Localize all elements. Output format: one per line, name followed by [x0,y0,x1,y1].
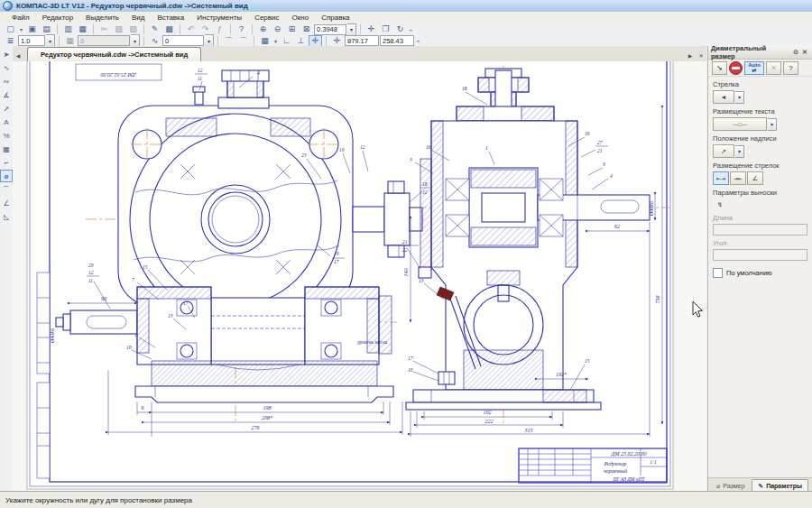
menu-service[interactable]: Сервис [248,13,285,23]
auto-create-button[interactable]: Auto ⇄ [744,61,764,75]
tool-chamfer[interactable]: ◺ [0,210,13,223]
show-sheets-button[interactable]: ❐ [379,23,392,35]
tool-node[interactable]: ∾ [0,75,13,88]
bearing-unit-right[interactable] [305,287,392,365]
coord-x-field[interactable]: 879.17 [345,35,379,46]
panel-header[interactable]: Диаметральный размер ⊙ ✕ [708,46,812,60]
length-input[interactable] [713,224,807,236]
menu-window[interactable]: Окно [286,13,316,23]
toolbar1-overflow[interactable]: » [408,27,414,32]
document-properties-button[interactable]: ▦ [76,23,89,35]
interrupt-command-button[interactable] [729,61,743,75]
dim-276: 276 [252,425,260,430]
context-help-button[interactable]: ? [235,23,248,35]
variables-button[interactable]: ƒ [213,23,226,35]
tool-diameter-dimension[interactable]: ⌀ [0,170,13,182]
angle-input[interactable] [713,249,807,261]
style-field[interactable]: 0 [162,35,204,46]
menu-view[interactable]: Вид [125,13,151,23]
tool-spline[interactable]: ∿ [0,61,13,74]
arrows-inside-button[interactable]: ⇤⇥ [713,171,729,185]
callout: 27 [597,140,603,145]
label-position-caret[interactable]: ▾ [735,145,744,158]
panel-help-button[interactable]: ? [783,61,798,75]
text-placement-caret[interactable]: ▾ [768,118,777,131]
copy-properties-button[interactable]: ✎ [148,23,161,35]
grid-caret[interactable]: ▾ [272,38,279,44]
worm-wheel-section[interactable] [469,168,538,247]
tool-arrow[interactable]: ➚ [0,102,13,115]
app-icon [3,1,13,11]
menu-select[interactable]: Выделить [79,13,125,23]
arrows-outside-button[interactable]: ⇥⇤ [730,171,746,185]
menu-insert[interactable]: Вставка [152,13,191,23]
title-bar[interactable]: КОМПАС-3D LT V12 - Редуктор червячный.cd… [0,0,812,12]
dim-6: 6 [142,405,144,411]
local-cs-button[interactable]: ∟ [280,35,293,47]
pin-icon[interactable]: ⊙ [791,48,800,57]
line-width-caret[interactable]: ▾ [46,34,55,47]
tool-measure[interactable]: ∡ [0,88,13,101]
text-placement-button[interactable]: —□— [713,117,767,131]
undo-button[interactable]: ↶ [184,23,198,35]
line-width-field[interactable]: 1.0 [18,35,45,46]
bearing-unit-left[interactable] [137,287,211,365]
tab-nav-left[interactable]: ◀ [13,50,23,61]
menu-file[interactable]: Файл [5,13,36,23]
tool-percent[interactable]: % [0,129,13,142]
default-checkbox[interactable] [713,268,723,278]
zoom-all-button[interactable]: ⊠ [300,23,313,35]
standard-toolbar: ▢ ▾ ▣ ▤ ▥ ▦ ✂ ▧ ▨ ✎ ▩ ↶ ↷ ƒ ? ⊕ ⊖ ⊞ ⊠ 0.… [0,23,812,36]
drawing-canvas[interactable]: ДМ 25.02.20.00 [13,61,706,492]
worm-shaft-left-end[interactable] [56,310,137,334]
pan-button[interactable]: ✛ [364,23,378,35]
callout: 12 [198,68,203,73]
menu-tools[interactable]: Инструменты [190,13,248,23]
zoom-rect-button[interactable]: ⊞ [285,23,299,35]
layer-field[interactable]: 0 [78,35,130,46]
create-object-button[interactable]: ➘ [712,61,727,75]
panel-close-icon[interactable]: ✕ [800,48,809,57]
tab-close-button[interactable]: ✕ [696,50,706,61]
tool-pointer[interactable]: ➤ [0,48,13,60]
cut-button[interactable]: ✂ [97,23,111,35]
zoom-in-button[interactable]: ⊕ [256,23,270,35]
layer-caret[interactable]: ▾ [131,34,140,47]
new-document-button[interactable]: ▢ [4,23,17,35]
snap-mode-button[interactable]: ✛ [309,35,322,47]
zoom-out-button[interactable]: ⊖ [271,23,284,35]
zoom-value-caret[interactable]: ▾ [347,23,356,36]
menu-edit[interactable]: Редактор [36,13,79,23]
tab-parameters[interactable]: ✎ Параметры [752,479,808,492]
zoom-value-field[interactable]: 0.3948 [314,24,346,35]
property-panel: Диаметральный размер ⊙ ✕ ➘ Auto ⇄ ✕ ? Ст… [707,46,812,492]
ortho-button[interactable]: ⊥ [294,35,308,47]
tool-image[interactable]: ▦ [0,143,13,155]
style-caret[interactable]: ▾ [205,34,214,47]
tab-nav-right[interactable]: ▶ [685,50,696,61]
arrow-type-caret[interactable]: ▾ [735,91,744,104]
callout: 11 [88,278,93,283]
snap-memory-icon[interactable]: ⌒ [222,35,235,47]
snap-local-icon[interactable]: ⌒ [236,35,250,47]
status-message: Укажите окружность или дугу для простано… [5,496,192,504]
callout: 21 [597,148,603,153]
print-preview-button[interactable]: ▥ [61,23,75,35]
copy-button[interactable]: ▧ [112,23,125,35]
arrow-type-button[interactable]: ◄ [713,90,734,104]
tool-frame[interactable]: ⌐ [0,156,13,169]
grid-button[interactable]: ▦ [258,35,272,47]
refresh-button[interactable]: ↻ [393,23,407,35]
document-tab[interactable]: Редуктор червячный.cdw ->Системный вид [27,47,201,61]
table-button[interactable]: ▩ [162,23,176,35]
coord-y-field[interactable]: 258.43 [380,35,414,46]
tool-angle-dimension[interactable]: ∠ [0,197,13,209]
tool-radius-dimension[interactable]: ⌒ [0,183,13,196]
open-button[interactable]: ▣ [25,23,39,35]
arrows-oblique-button[interactable]: ∠ [747,171,763,185]
new-document-caret[interactable]: ▾ [18,26,24,32]
tool-text[interactable]: A [0,115,13,128]
toolbar2-overflow[interactable]: » [415,38,421,43]
menu-help[interactable]: Справка [315,13,355,23]
label-position-button[interactable]: ↗ [713,144,734,158]
